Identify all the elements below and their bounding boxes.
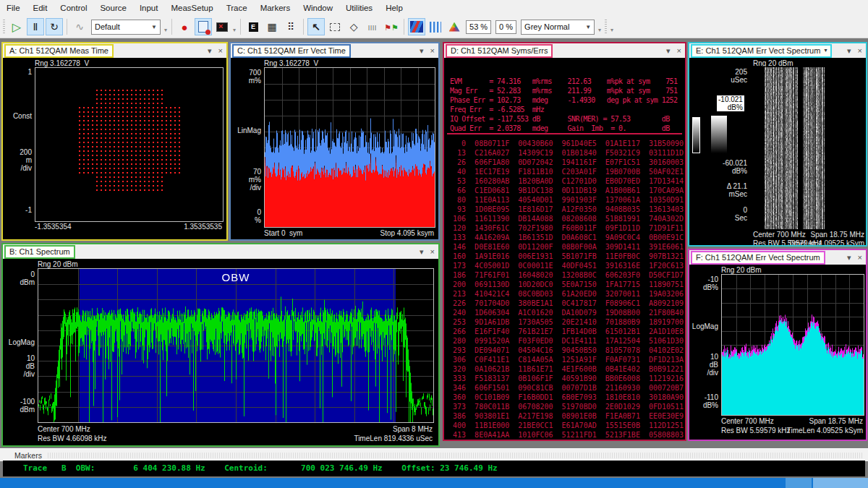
toolbar-separator	[171, 19, 172, 35]
toolbar-overflow-icon[interactable]: ▾	[610, 27, 613, 33]
taskbar-item[interactable]	[786, 478, 812, 488]
taskbar-item[interactable]	[813, 478, 868, 488]
marker-readout-text: Trace B OBW: 6 404 230.88 Hz Centroid: 7…	[3, 461, 498, 476]
menu-meassetup[interactable]: MeasSetup	[164, 1, 219, 14]
constellation-plot[interactable]	[35, 68, 223, 221]
menu-control[interactable]: Control	[54, 1, 93, 14]
taskbar[interactable]	[0, 478, 868, 488]
summary-divider	[447, 133, 682, 134]
time-len-label: TimeLen 4.09525 kSym	[778, 239, 864, 245]
spectrogram-plot[interactable]	[752, 67, 865, 229]
window-b-title[interactable]: B: Ch1 Spectrum	[4, 245, 75, 259]
window-e-title[interactable]: E: Ch1 512QAM Err Vect Spectrum ▾	[691, 44, 832, 58]
menu-file[interactable]: File	[0, 1, 27, 14]
menu-source[interactable]: Source	[93, 1, 132, 14]
close-icon[interactable]: ×	[430, 246, 435, 257]
input-off-icon	[216, 22, 228, 32]
close-icon[interactable]: ×	[218, 45, 223, 56]
chevron-down-icon: ▼	[151, 24, 157, 30]
menu-utilities[interactable]: Utilities	[339, 1, 379, 14]
flag-markers-button[interactable]	[383, 18, 400, 35]
colormap-wave-button[interactable]	[408, 18, 425, 35]
window-e-titlebar[interactable]: E: Ch1 512QAM Err Vect Spectrum ▾ ▾×	[689, 43, 866, 58]
err-vect-spectrum-plot[interactable]	[722, 275, 864, 415]
zoom-select-button[interactable]	[326, 18, 344, 35]
window-d-title-label: D: Ch1 512QAM Syms/Errs	[451, 46, 548, 56]
range-label: Rng 3.162278 V	[35, 59, 89, 67]
input-off-button[interactable]	[213, 18, 231, 35]
y-scale-per-div-label: 70 m% /div	[231, 168, 261, 192]
io-connections-button[interactable]: ⠿	[282, 18, 299, 35]
window-menu-icon[interactable]: ▾	[208, 45, 212, 56]
window-menu-icon[interactable]: ▾	[420, 45, 424, 56]
record-setup-button[interactable]	[195, 18, 212, 35]
window-b-titlebar[interactable]: B: Ch1 Spectrum ▾×	[3, 244, 438, 259]
color-scale-marker-bar[interactable]	[692, 117, 700, 153]
window-d-title[interactable]: D: Ch1 512QAM Syms/Errs	[446, 44, 553, 58]
close-icon[interactable]: ×	[858, 252, 862, 263]
window-menu-icon[interactable]: ▾	[847, 252, 851, 263]
menu-edit[interactable]: Edit	[27, 1, 54, 14]
trace-format-label: LogMag	[689, 322, 718, 330]
colormap-tri-button[interactable]	[446, 18, 463, 35]
window-f-titlebar[interactable]: F: Ch1 512QAM Err Vect Spectrum ▾×	[689, 250, 866, 265]
window-menu-icon[interactable]: ▾	[420, 246, 424, 257]
restart-button[interactable]: ↻	[46, 18, 63, 35]
spectrum-plot[interactable]	[38, 269, 433, 422]
meas-e-button[interactable]: E	[244, 18, 262, 35]
markers-panel-header[interactable]: Markers	[0, 448, 868, 461]
preset-select[interactable]: Default▼	[91, 20, 161, 35]
y-scale-per-div-label: 10 dB /div	[3, 354, 35, 378]
window-c-title[interactable]: C: Ch1 512QAM Err Vect Time	[232, 44, 351, 58]
pause-button[interactable]: Ⅱ	[27, 18, 44, 35]
window-a-title[interactable]: A: Ch1 512QAM Meas Time	[4, 44, 114, 58]
band-power-button[interactable]: ||||	[364, 18, 381, 35]
close-icon[interactable]: ×	[858, 45, 862, 56]
window-c-titlebar[interactable]: C: Ch1 512QAM Err Vect Time ▾×	[231, 43, 438, 58]
err-vect-time-plot[interactable]	[265, 68, 435, 227]
y-scale-per-div-label: 10 dB /div	[689, 353, 718, 377]
toolbar-grip[interactable]	[3, 20, 5, 34]
trace-select-caret-icon[interactable]: ▾	[824, 46, 827, 56]
colormap-bars-button[interactable]	[427, 18, 444, 35]
window-menu-icon[interactable]: ▾	[847, 45, 851, 56]
window-menu-icon[interactable]: ▾	[666, 45, 671, 56]
toolbar-overflow-icon[interactable]: ▾	[164, 27, 167, 33]
trace-opacity-field[interactable]: 53 %	[466, 20, 491, 34]
x-axis-right-label: 1.35353535	[135, 223, 222, 231]
close-icon[interactable]: ×	[430, 45, 435, 56]
toolbar-overflow-icon[interactable]: ▾	[598, 27, 601, 33]
diamond-marker-button[interactable]: ◇	[345, 18, 362, 35]
color-scale-high-value[interactable]: -10.021 dB%	[717, 95, 744, 111]
menu-markers[interactable]: Markers	[254, 1, 297, 14]
layout-grid-icon: ▦	[267, 21, 276, 33]
error-summary-table: EVM = 74.316 m%rms 212.63 m%pk at sym 75…	[450, 77, 677, 133]
play-button[interactable]: ▷	[8, 18, 25, 35]
time-axis-bottom-label: 0 Sec	[689, 206, 747, 222]
menu-input[interactable]: Input	[133, 1, 165, 14]
record-button[interactable]: ●	[176, 18, 193, 35]
menu-help[interactable]: Help	[379, 1, 409, 14]
floor-opacity-field[interactable]: 0 %	[495, 20, 516, 34]
menu-trace[interactable]: Trace	[220, 1, 254, 14]
toolbar-overflow-icon[interactable]: ▾	[233, 27, 236, 33]
band-power-icon: ||||	[368, 24, 377, 30]
menu-window[interactable]: Window	[297, 1, 339, 14]
window-d-titlebar[interactable]: D: Ch1 512QAM Syms/Errs ▾×	[444, 43, 685, 58]
pointer-button[interactable]: ↖	[307, 18, 325, 35]
pause-icon: Ⅱ	[33, 21, 38, 33]
window-spectrum: B: Ch1 Spectrum ▾× Rng 20 dBm 0 dBm LogM…	[1, 243, 440, 447]
toolbar-separator	[303, 19, 304, 35]
layout-grid-button[interactable]: ▦	[263, 18, 281, 35]
zoom-select-icon	[330, 23, 340, 31]
close-icon[interactable]: ×	[677, 45, 681, 56]
trigger-button[interactable]: ∿	[71, 18, 88, 35]
span-label: Span 8 MHz	[346, 425, 433, 433]
toolbar-grip[interactable]	[605, 20, 607, 34]
colormap-select[interactable]: Grey Normal▼	[521, 20, 595, 35]
trace-format-label: LogMag	[3, 338, 35, 346]
diamond-marker-icon: ◇	[350, 21, 358, 33]
symbol-hex-table[interactable]: 0 08B0711F 00430B60 961D40E5 01A1E117 31…	[448, 139, 684, 440]
window-f-title[interactable]: F: Ch1 512QAM Err Vect Spectrum	[691, 251, 825, 265]
window-a-titlebar[interactable]: A: Ch1 512QAM Meas Time ▾×	[3, 43, 226, 58]
